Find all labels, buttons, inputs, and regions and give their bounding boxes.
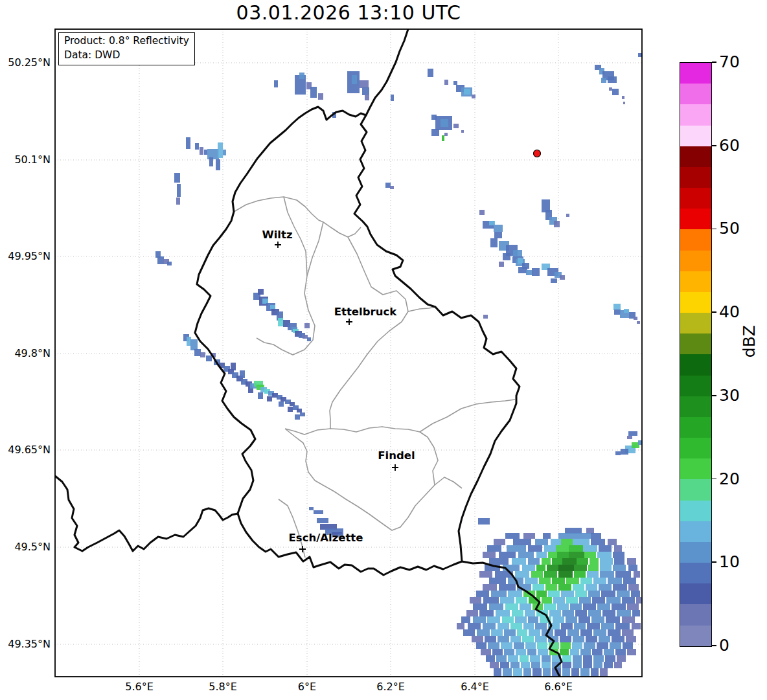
radar-cell bbox=[270, 305, 275, 309]
radar-cell bbox=[314, 510, 323, 514]
radar-cell bbox=[300, 412, 305, 416]
radar-cell bbox=[463, 629, 475, 636]
radar-cell bbox=[494, 225, 503, 232]
radar-cell bbox=[571, 668, 579, 677]
radar-cell bbox=[531, 571, 543, 578]
radar-cell bbox=[614, 545, 622, 552]
radar-cell bbox=[504, 629, 516, 636]
radar-cell bbox=[267, 396, 272, 401]
radar-cell bbox=[428, 69, 433, 77]
radar-cell bbox=[604, 662, 613, 668]
radar-cell bbox=[258, 392, 263, 399]
radar-cell bbox=[499, 552, 516, 558]
colorbar-tick-label: 20 bbox=[719, 469, 740, 489]
radar-cell bbox=[504, 649, 514, 655]
radar-cell bbox=[490, 238, 498, 247]
radar-cell bbox=[575, 610, 587, 616]
radar-cell bbox=[510, 636, 521, 642]
radar-cell bbox=[608, 539, 617, 545]
radar-cell bbox=[597, 552, 612, 558]
radar-cell bbox=[520, 655, 529, 662]
radar-cell bbox=[637, 321, 640, 324]
radar-cell bbox=[570, 604, 582, 610]
radar-cell bbox=[483, 597, 499, 604]
radar-cell bbox=[532, 584, 544, 591]
colorbar-segment bbox=[680, 229, 711, 250]
radar-cell bbox=[503, 253, 510, 260]
radar-cell bbox=[512, 558, 526, 565]
y-tick-label: 49.95°N bbox=[0, 250, 51, 263]
radar-cell bbox=[593, 578, 606, 584]
radar-cell bbox=[553, 616, 564, 623]
radar-cell bbox=[602, 610, 615, 616]
radar-cell bbox=[614, 662, 622, 668]
radar-cell bbox=[634, 571, 640, 578]
radar-cell bbox=[303, 335, 308, 339]
y-tick-label: 49.8°N bbox=[0, 347, 51, 360]
radar-cell bbox=[483, 315, 488, 319]
city-label: Ettelbruck bbox=[334, 306, 396, 318]
radar-cell bbox=[478, 518, 490, 525]
radar-cell bbox=[522, 636, 534, 642]
radar-cell bbox=[562, 662, 571, 668]
radar-cell bbox=[453, 124, 459, 128]
radar-cell bbox=[623, 642, 633, 649]
x-tick-label: 5.8°E bbox=[194, 681, 252, 694]
colorbar-segment bbox=[680, 563, 711, 583]
radar-cell bbox=[622, 96, 624, 99]
colorbar-segment bbox=[680, 458, 711, 479]
radar-cell bbox=[627, 649, 636, 655]
radar-cell bbox=[487, 616, 500, 623]
x-tick-label: 6°E bbox=[278, 681, 336, 694]
radar-cell bbox=[588, 565, 599, 571]
radar-site-marker bbox=[534, 150, 541, 157]
radar-cell bbox=[613, 565, 626, 571]
radar-cell bbox=[532, 668, 542, 677]
radar-cell bbox=[600, 565, 612, 571]
radar-cell bbox=[483, 584, 497, 591]
radar-cell bbox=[573, 662, 582, 668]
product-info-box: Product: 0.8° Reflectivity Data: DWD bbox=[58, 32, 195, 65]
colorbar-segment bbox=[680, 396, 711, 417]
x-tick-label: 6.2°E bbox=[361, 681, 420, 694]
radar-cell bbox=[574, 571, 586, 578]
radar-cell bbox=[505, 604, 518, 610]
city-marker bbox=[299, 546, 306, 552]
radar-cell bbox=[606, 616, 620, 623]
radar-cell bbox=[617, 591, 630, 597]
radar-cell bbox=[487, 545, 501, 552]
canton-border bbox=[330, 237, 408, 429]
radar-cell bbox=[599, 545, 612, 552]
radar-cell bbox=[547, 565, 558, 571]
radar-cell bbox=[608, 578, 622, 584]
radar-cell bbox=[512, 610, 523, 616]
radar-cell bbox=[535, 636, 547, 642]
colorbar-segment bbox=[680, 501, 711, 521]
city-marker bbox=[346, 319, 352, 325]
radar-cell bbox=[542, 662, 551, 668]
radar-cell bbox=[362, 87, 369, 95]
radar-cell bbox=[489, 604, 503, 610]
radar-cell bbox=[360, 80, 369, 88]
radar-cell bbox=[583, 655, 592, 662]
radar-cell bbox=[617, 610, 631, 616]
colorbar-segment bbox=[680, 333, 711, 354]
radar-cell bbox=[592, 649, 602, 655]
canton-border bbox=[408, 307, 435, 311]
radar-cell bbox=[531, 662, 540, 668]
colorbar-segment bbox=[680, 251, 711, 271]
x-tick-label: 6.4°E bbox=[446, 681, 504, 694]
radar-cell bbox=[489, 558, 509, 565]
radar-cell bbox=[622, 629, 634, 636]
radar-cell bbox=[558, 533, 591, 539]
radar-cell bbox=[309, 507, 314, 510]
radar-cell bbox=[543, 668, 551, 677]
radar-cell bbox=[500, 597, 514, 604]
country-border-luxembourg bbox=[195, 107, 520, 575]
radar-cell bbox=[177, 184, 181, 197]
colorbar-tick bbox=[712, 645, 716, 646]
colorbar-tick-label: 0 bbox=[719, 636, 729, 655]
border-france-belgium bbox=[55, 476, 238, 551]
radar-cell bbox=[615, 649, 626, 655]
colorbar-tick bbox=[712, 561, 716, 563]
